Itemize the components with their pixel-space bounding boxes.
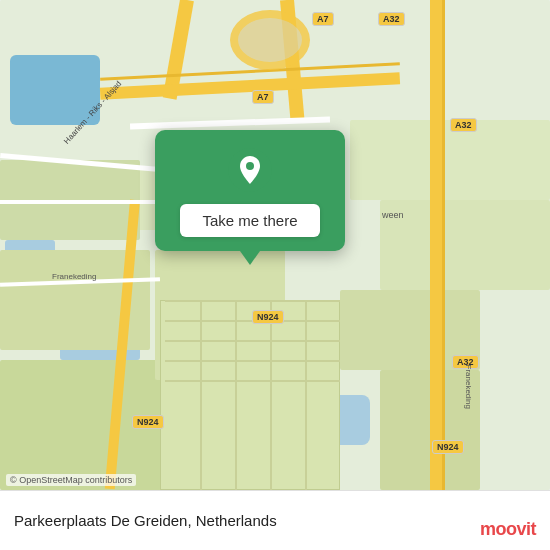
road-label-a32-right: A32 [450,118,477,132]
take-me-there-button[interactable]: Take me there [180,204,319,237]
street-name-franekeding2: Franekeding [464,365,473,409]
svg-point-1 [246,162,254,170]
road-label-n924-bot2: N924 [432,440,464,454]
location-name: Parkeerplaats De Greiden, Netherlands [14,512,277,529]
moovit-text: moovit [480,519,536,540]
map-container: A7 A32 A32 A32 A7 N924 N924 N924 Haarlem… [0,0,550,490]
street-name-franekeding1: Franekeding [52,272,96,281]
road-label-a32-top: A32 [378,12,405,26]
moovit-logo: moovit [480,519,536,540]
bottom-bar: Parkeerplaats De Greiden, Netherlands mo… [0,490,550,550]
street-name-wreen: ween [382,210,404,220]
popup-card: Take me there [155,130,345,251]
location-pin-icon [228,148,272,192]
osm-credit: © OpenStreetMap contributors [6,474,136,486]
road-label-n924-bot: N924 [132,415,164,429]
road-label-a7-mid: A7 [252,90,274,104]
road-label-a7-top: A7 [312,12,334,26]
road-label-n924-mid: N924 [252,310,284,324]
